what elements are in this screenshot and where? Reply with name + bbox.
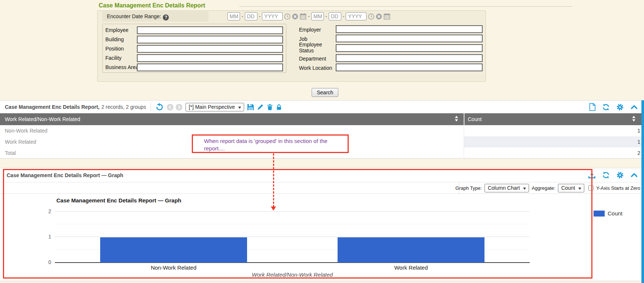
annotation-text: When report data is 'grouped' in this se… xyxy=(204,138,328,152)
column-header-group[interactable]: Work Related/Non-Work Related xyxy=(0,113,464,125)
settings-gear-icon[interactable] xyxy=(616,171,624,179)
search-button[interactable]: Search xyxy=(312,88,338,97)
date-range-inputs: - - - - - xyxy=(227,12,390,21)
help-icon[interactable]: ? xyxy=(163,14,169,20)
encounter-date-range-label: Encounter Date Range:? xyxy=(102,11,208,22)
column-header-count[interactable]: Count xyxy=(464,113,644,125)
delete-trash-icon[interactable] xyxy=(267,104,273,111)
position-label: Position xyxy=(105,46,124,52)
position-field[interactable] xyxy=(137,45,283,53)
clear-icon[interactable] xyxy=(376,13,382,20)
building-field[interactable] xyxy=(137,36,283,43)
gridline xyxy=(55,211,530,212)
annotation-arrow-head xyxy=(271,206,276,211)
clock-icon[interactable] xyxy=(284,13,290,20)
graph-section-actions xyxy=(588,171,644,179)
sort-icon[interactable] xyxy=(632,116,636,123)
aggregate-select[interactable]: Count xyxy=(558,184,584,192)
employee-field[interactable] xyxy=(137,26,283,34)
prev-icon[interactable] xyxy=(167,104,174,111)
graph-controls: Graph Type: Column Chart Aggregate: Coun… xyxy=(456,182,644,193)
save-icon[interactable] xyxy=(247,104,254,111)
right-panel-strip[interactable] xyxy=(641,100,644,283)
from-day-input[interactable] xyxy=(245,12,257,20)
calendar-icon[interactable] xyxy=(384,13,390,20)
screen: Case Management Enc Details Report Encou… xyxy=(0,0,644,283)
bar-work-related[interactable] xyxy=(338,237,484,263)
legend-swatch xyxy=(594,211,605,217)
facility-field[interactable] xyxy=(137,54,283,62)
x-category-label: Work Related xyxy=(355,264,467,271)
report-section-actions xyxy=(589,103,644,111)
report-toolbar: Case Management Enc Details Report, 2 re… xyxy=(0,101,644,113)
clock-icon[interactable] xyxy=(368,13,374,20)
edit-pencil-icon[interactable] xyxy=(257,104,264,110)
from-month-input[interactable] xyxy=(227,12,240,20)
lock-icon[interactable] xyxy=(276,104,282,111)
settings-gear-icon[interactable] xyxy=(616,103,624,111)
table-header-row: Work Related/Non-Work Related Count xyxy=(0,113,644,125)
report-record-count: 2 records, 2 groups xyxy=(101,104,146,110)
x-category-label: Non-Work Related xyxy=(118,264,229,271)
x-axis-title: Work Related/Non-Work Related xyxy=(218,271,367,278)
next-icon[interactable] xyxy=(175,104,183,111)
work-location-field[interactable] xyxy=(336,64,483,71)
employer-label: Employer xyxy=(299,27,321,33)
annotation-arrow-line xyxy=(273,153,274,207)
job-field[interactable] xyxy=(336,35,483,42)
gridline-minor xyxy=(55,224,530,224)
perspective-select[interactable]: [*] Main Perspective xyxy=(185,103,244,111)
clear-icon[interactable] xyxy=(292,13,298,20)
bar-non-work-related[interactable] xyxy=(100,237,247,263)
to-day-input[interactable] xyxy=(329,12,341,20)
department-field[interactable] xyxy=(336,54,483,62)
annotation-callout: When report data is 'grouped' in this se… xyxy=(192,134,349,153)
facility-label: Facility xyxy=(105,55,122,61)
sort-icon[interactable] xyxy=(454,116,459,123)
report-title: Case Management Enc Details Report, xyxy=(5,104,99,110)
refresh-icon[interactable] xyxy=(602,103,610,111)
collapse-icon[interactable] xyxy=(630,171,638,179)
business-area-label: Business Area xyxy=(105,64,139,70)
graph-type-select[interactable]: Column Chart xyxy=(484,184,529,192)
refresh-icon[interactable] xyxy=(602,171,610,179)
to-month-input[interactable] xyxy=(311,12,324,20)
graph-section-header: Case Management Enc Details Report — Gra… xyxy=(0,168,644,182)
download-icon[interactable] xyxy=(588,171,596,179)
to-year-input[interactable] xyxy=(346,12,367,20)
new-document-icon[interactable] xyxy=(589,103,596,111)
graph-section-title: Case Management Enc Details Report — Gra… xyxy=(7,172,123,178)
graph-controls-row: Graph Type: Column Chart Aggregate: Coun… xyxy=(0,182,644,194)
calendar-icon[interactable] xyxy=(300,13,306,20)
column-chart: Case Management Enc Details Report — Gra… xyxy=(0,194,644,280)
y-axis-zero-checkbox[interactable] xyxy=(588,185,594,191)
form-title: Case Management Enc Details Report xyxy=(99,2,205,9)
undo-icon[interactable] xyxy=(155,103,164,111)
fieldset-line xyxy=(239,6,572,7)
work-location-label: Work Location xyxy=(299,65,332,71)
business-area-field[interactable] xyxy=(137,64,283,71)
employee-label: Employee xyxy=(105,27,128,33)
y-axis-zero-label: Y-Axis Starts at Zero xyxy=(596,185,640,191)
collapse-icon[interactable] xyxy=(630,103,638,111)
graph-section: Case Management Enc Details Report — Gra… xyxy=(0,168,644,281)
department-label: Department xyxy=(299,56,326,62)
building-label: Building xyxy=(105,36,124,42)
from-year-input[interactable] xyxy=(262,12,283,20)
employer-field[interactable] xyxy=(336,25,483,33)
aggregate-label: Aggregate: xyxy=(532,185,555,191)
chart-title: Case Management Enc Details Report — Gra… xyxy=(56,197,181,204)
y-tick: 1 xyxy=(39,233,51,240)
graph-type-label: Graph Type: xyxy=(456,185,482,191)
left-fields-group: Employee Building Position Facility Busi… xyxy=(102,24,286,73)
y-tick: 2 xyxy=(39,208,51,215)
employee-status-label: Employee Status xyxy=(299,42,333,53)
chart-legend: Count xyxy=(594,210,622,217)
legend-label: Count xyxy=(608,210,622,217)
job-label: Job xyxy=(299,36,308,42)
y-tick: 0 xyxy=(39,259,51,266)
employee-status-field[interactable] xyxy=(336,44,483,52)
toolbar-divider xyxy=(151,103,151,111)
